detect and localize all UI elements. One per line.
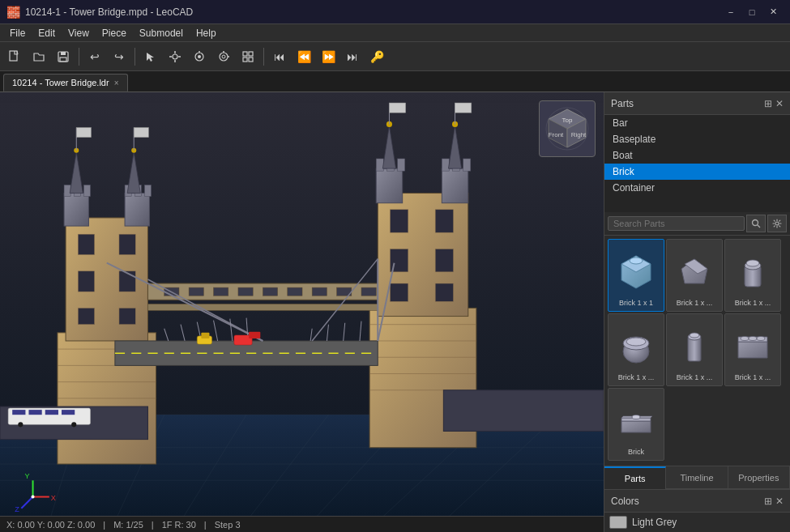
parts-close-icon[interactable]: ✕ — [775, 98, 784, 109]
category-baseplate[interactable]: Baseplate — [604, 131, 790, 147]
snap-button-2[interactable] — [212, 45, 235, 68]
svg-rect-127 — [45, 410, 58, 415]
svg-point-165 — [749, 336, 757, 340]
parts-panel-title: Parts — [611, 98, 634, 109]
svg-point-166 — [757, 336, 765, 340]
select-button[interactable] — [139, 45, 162, 68]
viewport[interactable]: X Y Z — [0, 92, 604, 532]
part-brick-cylinder-tall[interactable]: Brick 1 x ... — [666, 313, 723, 386]
tab-label: 10214 - Tower Bridge.ldr — [12, 78, 109, 87]
undo-button[interactable]: ↩ — [83, 45, 106, 68]
selected-color-swatch[interactable] — [609, 516, 627, 529]
svg-text:Front: Front — [548, 131, 563, 138]
parts-expand-icon[interactable]: ⊞ — [764, 98, 772, 109]
svg-rect-76 — [376, 159, 383, 171]
menu-submodel[interactable]: Submodel — [133, 26, 190, 40]
part-brick-1x1[interactable]: Brick 1 x 1 — [608, 239, 664, 312]
part-brick-angle[interactable]: Brick 1 x ... — [666, 239, 723, 312]
parts-row-2: Brick 1 x ... — [608, 313, 787, 386]
category-brick[interactable]: Brick — [604, 164, 790, 180]
part-label-1x1: Brick 1 x 1 — [619, 299, 653, 308]
grid-button[interactable] — [237, 45, 259, 68]
tab-parts[interactable]: Parts — [604, 466, 666, 489]
part-brick-round[interactable]: Brick 1 x ... — [608, 313, 664, 386]
svg-rect-121 — [201, 333, 209, 338]
part-brick-wide[interactable]: Brick 1 x ... — [724, 313, 781, 386]
part-brick-cylinder[interactable]: Brick 1 x ... — [724, 239, 781, 312]
first-frame-button[interactable]: ⏮ — [268, 45, 291, 68]
part-label-cylinder-tall: Brick 1 x ... — [677, 373, 713, 382]
maximize-button[interactable]: □ — [741, 4, 762, 20]
search-input[interactable] — [608, 216, 745, 231]
right-panel: Parts ⊞ ✕ Bar Baseplate Boat Brick Conta… — [604, 92, 790, 532]
parts-settings-button[interactable] — [767, 215, 787, 232]
minimize-button[interactable]: − — [720, 4, 741, 20]
save-button[interactable] — [52, 45, 75, 68]
svg-rect-95 — [238, 287, 253, 296]
part-label-angle: Brick 1 x ... — [677, 299, 713, 308]
svg-rect-46 — [125, 194, 149, 227]
svg-rect-96 — [263, 287, 277, 296]
svg-line-146 — [758, 225, 761, 228]
svg-rect-74 — [376, 168, 402, 203]
selected-color-name: Light Grey — [632, 517, 677, 528]
svg-text:Z: Z — [15, 505, 19, 513]
category-bar[interactable]: Bar — [604, 115, 790, 131]
svg-rect-19 — [249, 57, 253, 62]
search-button[interactable] — [746, 215, 766, 232]
menu-piece[interactable]: Piece — [96, 26, 133, 40]
menu-edit[interactable]: Edit — [32, 26, 62, 40]
part-brick-flat[interactable]: Brick — [608, 388, 664, 461]
model-info: M: 1/25 — [113, 520, 143, 530]
svg-rect-52 — [144, 185, 151, 196]
svg-point-129 — [18, 422, 23, 427]
svg-rect-3 — [60, 57, 66, 62]
prev-frame-button[interactable]: ⏪ — [293, 45, 315, 68]
part-shape-cylinder-tall — [674, 326, 715, 370]
toolbar-separator-1 — [79, 48, 79, 66]
svg-rect-40 — [119, 234, 135, 254]
toolbar-separator-3 — [263, 48, 264, 66]
svg-rect-43 — [78, 308, 94, 324]
menu-help[interactable]: Help — [190, 26, 223, 40]
svg-point-145 — [753, 220, 758, 226]
category-boat[interactable]: Boat — [604, 147, 790, 164]
part-shape-angle — [674, 251, 715, 296]
menu-view[interactable]: View — [62, 26, 96, 40]
parts-panel-controls: ⊞ ✕ — [764, 98, 784, 109]
snap-button-1[interactable] — [188, 45, 211, 68]
svg-rect-17 — [249, 52, 253, 56]
svg-point-164 — [741, 336, 749, 340]
tab-properties[interactable]: Properties — [728, 466, 790, 489]
category-container[interactable]: Container — [604, 180, 790, 196]
bottom-tabs: Parts Timeline Properties — [604, 466, 790, 488]
redo-button[interactable]: ↪ — [108, 45, 130, 68]
svg-rect-89 — [455, 103, 472, 113]
svg-rect-39 — [78, 234, 94, 254]
svg-point-4 — [173, 54, 177, 59]
colors-expand-icon[interactable]: ⊞ — [764, 496, 772, 507]
navigation-cube[interactable]: Top Front Right — [539, 100, 596, 157]
last-frame-button[interactable]: ⏭ — [341, 45, 364, 68]
window-title: 10214-1 - Tower Bridge.mpd - LeoCAD — [25, 6, 720, 18]
close-button[interactable]: ✕ — [762, 4, 784, 20]
svg-marker-167 — [621, 421, 651, 432]
svg-rect-72 — [390, 283, 408, 301]
tab-timeline[interactable]: Timeline — [666, 466, 728, 489]
parts-row-1: Brick 1 x 1 — [608, 239, 787, 312]
tab-close-button[interactable]: × — [114, 79, 119, 87]
open-button[interactable] — [28, 45, 50, 68]
new-button[interactable] — [3, 45, 26, 68]
next-frame-button[interactable]: ⏩ — [317, 45, 339, 68]
svg-rect-71 — [435, 249, 453, 271]
bridge-scene: X Y Z — [0, 92, 604, 532]
svg-rect-81 — [463, 159, 471, 171]
colors-close-icon[interactable]: ✕ — [775, 496, 784, 507]
svg-rect-58 — [76, 127, 91, 137]
menu-file[interactable]: File — [3, 26, 32, 40]
svg-rect-45 — [64, 194, 88, 227]
key-button[interactable]: 🔑 — [365, 45, 388, 68]
svg-text:X: X — [51, 494, 56, 502]
active-tab[interactable]: 10214 - Tower Bridge.ldr × — [3, 74, 128, 92]
transform-button[interactable] — [164, 45, 186, 68]
